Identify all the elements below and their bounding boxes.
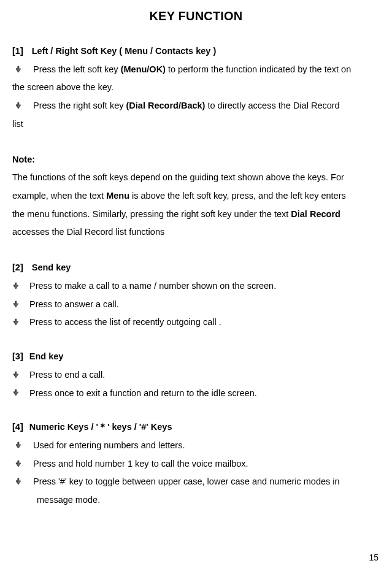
section-title: Send key: [32, 262, 71, 272]
section-3-bullet-2: Press once to exit a function and return…: [12, 385, 380, 403]
section-title: Left / Right Soft Key ( Menu / Contacts …: [32, 46, 217, 56]
arrow-down-icon: [15, 478, 22, 485]
bullet-continuation: message mode.: [12, 491, 380, 510]
bullet-text: Used for entering numbers and letters.: [33, 440, 185, 450]
page-number: 15: [369, 549, 379, 567]
section-4-bullet-1: Used for entering numbers and letters.: [12, 437, 380, 455]
page-title: KEY FUNCTION: [12, 4, 380, 29]
section-2-heading: [2]Send key: [12, 259, 380, 277]
section-1-bullet-1: Press the left soft key (Menu/OK) to per…: [12, 61, 380, 79]
section-3-heading: [3]End key: [12, 348, 380, 366]
section-title: Numeric Keys / '＊' keys / '#' Keys: [29, 422, 172, 432]
section-4-bullet-2: Press and hold number 1 key to call the …: [12, 455, 380, 473]
bullet-text: Press once to exit a function and return…: [29, 388, 257, 398]
section-2-bullet-1: Press to make a call to a name / number …: [12, 277, 380, 296]
bullet-text: Press and hold number 1 key to call the …: [33, 459, 248, 469]
section-1-heading: [1]Left / Right Soft Key ( Menu / Contac…: [12, 42, 380, 61]
section-1-bullet-2: Press the right soft key (Dial Record/Ba…: [12, 97, 380, 115]
bullet-text: Press to make a call to a name / number …: [29, 281, 276, 291]
section-index: [2]: [12, 262, 23, 272]
bullet-text: Press '#' key to toggle between upper ca…: [33, 476, 340, 486]
section-3-bullet-1: Press to end a call.: [12, 366, 380, 385]
bullet-text: Press to end a call.: [29, 370, 105, 380]
section-4-bullet-3: Press '#' key to toggle between upper ca…: [12, 473, 380, 491]
bullet-text: Press to answer a call.: [29, 299, 119, 309]
section-4-heading: [4]Numeric Keys / '＊' keys / '#' Keys: [12, 418, 380, 437]
arrow-down-icon: [12, 318, 20, 326]
bullet-text: Press the right soft key (Dial Record/Ba…: [33, 101, 340, 110]
bullet-text: Press to access the list of recently out…: [29, 317, 221, 327]
section-index: [1]: [12, 46, 23, 56]
note-line: the menu functions. Similarly, pressing …: [12, 205, 380, 224]
section-2-bullet-3: Press to access the list of recently out…: [12, 313, 380, 332]
section-index: [4]: [12, 422, 23, 432]
arrow-down-icon: [12, 282, 20, 289]
arrow-down-icon: [12, 300, 20, 308]
note-heading: Note:: [12, 151, 380, 169]
note-line: example, when the text Menu is above the…: [12, 187, 380, 205]
bullet-text: Press the left soft key (Menu/OK) to per…: [33, 64, 351, 74]
bullet-continuation: the screen above the key.: [12, 78, 380, 97]
bullet-continuation: list: [12, 115, 380, 134]
arrow-down-icon: [15, 442, 22, 449]
note-line: accesses the Dial Record list functions: [12, 223, 380, 242]
arrow-down-icon: [12, 371, 20, 378]
section-2-bullet-2: Press to answer a call.: [12, 296, 380, 314]
arrow-down-icon: [15, 102, 22, 109]
section-title: End key: [29, 351, 64, 361]
arrow-down-icon: [15, 66, 22, 73]
arrow-down-icon: [15, 460, 22, 467]
section-index: [3]: [12, 351, 23, 361]
note-line: The functions of the soft keys depend on…: [12, 169, 380, 187]
arrow-down-icon: [12, 389, 20, 396]
